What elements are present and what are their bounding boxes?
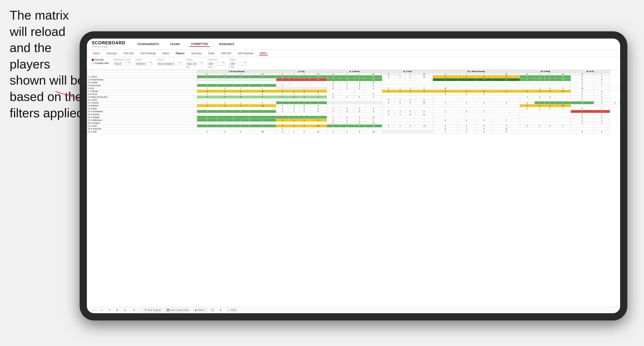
- cell: 1: [433, 101, 458, 104]
- comment-btn[interactable]: 💬: [210, 308, 216, 312]
- nav-teams[interactable]: TEAMS: [168, 42, 182, 46]
- cell: 1: [555, 107, 571, 110]
- full-view-option[interactable]: Full View: [92, 59, 109, 61]
- cell: -35: [364, 125, 382, 128]
- cell: 0: [340, 122, 354, 125]
- cell: 0: [545, 96, 555, 99]
- gender-select-wrap[interactable]: Women's: [135, 61, 152, 66]
- region-select-wrap[interactable]: East - DII: [186, 61, 203, 66]
- cell: 11: [416, 113, 433, 116]
- cell: [571, 104, 594, 107]
- cell: [594, 87, 610, 90]
- redo-btn[interactable]: ↪: [100, 308, 104, 312]
- nav-rankings[interactable]: RANKINGS: [217, 42, 236, 46]
- undo-btn[interactable]: ↩: [92, 308, 96, 312]
- cell: [493, 110, 520, 113]
- sh-d4: Dif: [416, 73, 433, 75]
- subnav-h2h-grid[interactable]: H2H Grid: [122, 52, 135, 55]
- cell: [382, 104, 433, 107]
- col-header-webb: 38. A Webb: [520, 70, 571, 73]
- cell: 0: [249, 101, 276, 104]
- tablet-screen: SCOREBOARD Powered by clippd TOURNAMENTS…: [87, 38, 620, 313]
- gender-label: Gender: [135, 59, 152, 61]
- subnav-summary[interactable]: Summary: [106, 52, 118, 55]
- sh-w6: W: [520, 73, 535, 75]
- region-select[interactable]: East - DII: [186, 62, 203, 66]
- cell: 0: [217, 93, 233, 96]
- cell: 0: [475, 125, 493, 128]
- cell: 1: [289, 110, 299, 113]
- cell: [233, 116, 249, 119]
- cell: 11: [309, 116, 327, 119]
- conference-select[interactable]: (All): [208, 62, 225, 66]
- division-filter: Division NCAA Division II: [157, 59, 181, 66]
- subnav-summary2[interactable]: Summary: [190, 52, 202, 55]
- cell: [433, 122, 520, 125]
- matrix-area[interactable]: 2. M Kelly Mulcahy 6. A Dy 11. G Woods 2…: [87, 70, 620, 307]
- cell: [382, 119, 433, 122]
- players-select-wrap[interactable]: (All): [230, 61, 246, 66]
- cell: 2: [382, 125, 395, 128]
- subnav-h2h-heatmap[interactable]: H2H Heatmap: [140, 52, 156, 55]
- cell: -2: [276, 119, 289, 122]
- max-players-label: Max players in view: [114, 59, 130, 61]
- subnav-h2h-grid2[interactable]: H2H Grid: [220, 52, 232, 55]
- copy-btn[interactable]: ⊞: [115, 308, 120, 312]
- players-select[interactable]: (All): [230, 62, 246, 66]
- nav-committee[interactable]: COMMITTEE: [189, 41, 210, 47]
- grid-btn[interactable]: ⊞: [218, 308, 223, 312]
- sh-t4: T: [405, 73, 415, 75]
- subnav-detail[interactable]: Detail: [207, 52, 216, 55]
- division-select-wrap[interactable]: NCAA Division II: [157, 61, 181, 66]
- layout-btn[interactable]: ⊟ ·: [122, 308, 128, 312]
- cell: 0: [382, 110, 395, 113]
- subnav-matrix2[interactable]: Matrix: [259, 51, 268, 55]
- cell: 0: [571, 78, 594, 81]
- cell: [309, 128, 327, 130]
- watch-btn[interactable]: ◉ Watch ▾: [193, 308, 207, 312]
- cell: [354, 90, 365, 93]
- cell: 0: [395, 101, 405, 104]
- nav-tournaments[interactable]: TOURNAMENTS: [135, 42, 161, 46]
- players-sub: ▾ (All): [230, 66, 246, 68]
- row-name: 12. A Bianchi: [87, 104, 197, 107]
- conference-label: Conference: [208, 59, 225, 61]
- cell: 2: [340, 81, 354, 84]
- full-view-label: Full View: [95, 59, 104, 61]
- col-header-mulcahy: 2. M Kelly Mulcahy: [197, 70, 276, 73]
- subnav-players[interactable]: Players: [175, 52, 186, 55]
- table-row: 5. A Nomrowski 3 1 0 -11 -1 0 1 0 0: [87, 84, 620, 87]
- gender-select[interactable]: Women's: [135, 62, 152, 66]
- cell: 11: [555, 75, 571, 78]
- max-players-select[interactable]: Top 25: [114, 62, 130, 66]
- save-icon: 💾: [167, 309, 170, 311]
- cell: 0: [233, 104, 249, 107]
- share-btn[interactable]: ↗ Share: [226, 308, 238, 312]
- cell: 9: [493, 130, 520, 133]
- subnav-h2h-heatmap2[interactable]: H2H Heatmap: [237, 52, 254, 55]
- compact-view-option[interactable]: Compact View: [92, 62, 109, 64]
- cell: 17: [520, 101, 535, 104]
- full-view-radio[interactable]: [92, 59, 94, 61]
- compact-view-radio[interactable]: [92, 62, 94, 64]
- subnav-teams[interactable]: Teams: [92, 52, 100, 55]
- cell: 0: [299, 110, 309, 113]
- save-custom-btn[interactable]: 💾 Save Custom View: [165, 308, 190, 312]
- sh-w1: W: [197, 73, 217, 75]
- cell: 1: [594, 81, 610, 84]
- cell: [327, 90, 340, 93]
- cell: 0: [327, 84, 340, 87]
- refresh-btn[interactable]: ↺: [107, 308, 112, 312]
- view-original-btn[interactable]: 👁 View: Original: [142, 308, 162, 312]
- max-players-select-wrap[interactable]: Top 25: [114, 61, 130, 66]
- cell: 1: [458, 101, 475, 104]
- cell: 0: [382, 113, 395, 116]
- division-select[interactable]: NCAA Division II: [157, 62, 181, 66]
- subnav-matrix[interactable]: Matrix: [162, 52, 170, 55]
- cell: 2: [309, 90, 327, 93]
- timer-btn[interactable]: ⏱: [132, 308, 136, 312]
- cell: 0: [382, 87, 395, 90]
- cell: 1: [340, 75, 354, 78]
- conference-select-wrap[interactable]: (All): [208, 61, 225, 66]
- table-row: 15. H Stranda 0 2 0 11 0 1: [87, 113, 620, 116]
